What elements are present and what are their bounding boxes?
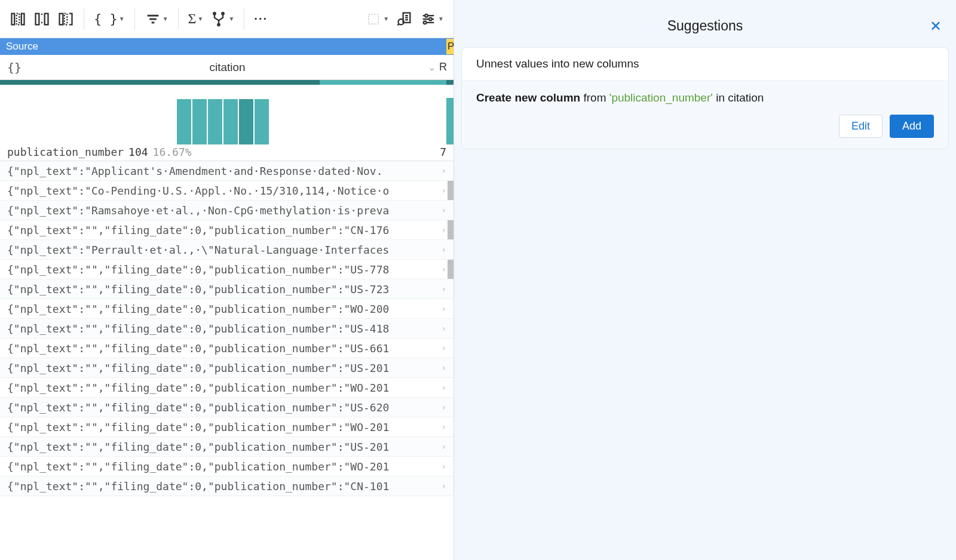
expand-row-icon[interactable]: › [442,166,446,176]
table-row[interactable]: {"npl_text":"Applicant's·Amendment·and·R… [0,161,454,181]
svg-point-14 [218,23,220,26]
svg-rect-0 [12,13,15,24]
braces-dropdown[interactable]: { } ▼ [91,9,127,29]
data-rows-container: {"npl_text":"Applicant's·Amendment·and·R… [0,161,454,560]
grid-select-dropdown[interactable]: ▼ [363,8,391,30]
expand-row-icon[interactable]: › [442,264,446,274]
table-row[interactable]: {"npl_text":"","filing_date":0,"publicat… [0,319,454,339]
close-icon[interactable]: ✕ [930,18,942,35]
suggestion-card-header: Unnest values into new columns [462,48,948,81]
histogram-bar[interactable] [255,99,269,144]
expand-row-icon[interactable]: › [442,422,446,432]
source-header[interactable]: Source [0,39,446,54]
table-row[interactable]: {"npl_text":"Co-Pending·U.S.·Appl.·No.·1… [0,181,454,201]
toolbar: { } ▼ ▼ Σ ▼ ▼ ··· [0,0,454,38]
stats-pct: 16.67% [153,146,192,158]
suggestion-text: Create new column from 'publication_numb… [476,90,934,106]
expand-row-icon[interactable]: › [442,343,446,353]
suggestions-header: Suggestions ✕ [461,7,949,45]
table-row[interactable]: {"npl_text":"","filing_date":0,"publicat… [0,437,454,457]
suggestion-card: Unnest values into new columns Create ne… [461,47,949,149]
table-row[interactable]: {"npl_text":"","filing_date":0,"publicat… [0,457,454,476]
svg-rect-15 [369,14,378,23]
column-title: citation [26,61,428,74]
svg-point-23 [425,14,428,17]
next-column-char: R [439,61,446,73]
histogram-area[interactable] [0,85,454,144]
sliders-dropdown[interactable]: ▼ [418,8,446,30]
expand-row-icon[interactable]: › [442,324,446,333]
table-row[interactable]: {"npl_text":"","filing_date":0,"publicat… [0,260,454,279]
column-action-icon-3[interactable] [55,8,76,30]
edit-button[interactable]: Edit [839,115,883,138]
histogram-bar[interactable] [208,99,222,144]
expand-row-icon[interactable]: › [442,186,446,195]
stats-row: publication_number 104 16.67% 7 [0,144,454,161]
svg-point-25 [429,17,432,20]
expand-row-icon[interactable]: › [442,245,446,254]
svg-rect-1 [17,13,20,24]
table-row[interactable]: {"npl_text":"","filing_date":0,"publicat… [0,220,454,240]
table-row[interactable]: {"npl_text":"","filing_date":0,"publicat… [0,339,454,358]
column-title-row[interactable]: {} citation ⌄ R [0,55,454,80]
table-row[interactable]: {"npl_text":"Ramsahoye·et·al.,·Non-CpG·m… [0,201,454,220]
svg-point-12 [214,12,216,14]
svg-line-21 [397,24,399,25]
add-button[interactable]: Add [890,115,934,138]
stats-next-col: 7 [439,146,446,158]
histogram-bar[interactable] [239,99,253,144]
svg-rect-3 [36,13,39,24]
expand-row-icon[interactable]: › [442,481,446,491]
svg-rect-6 [45,13,48,24]
left-panel: { } ▼ ▼ Σ ▼ ▼ ··· [0,0,454,560]
svg-point-27 [424,21,427,24]
expand-row-icon[interactable]: › [442,461,446,471]
histogram-bar-next [446,98,454,144]
filter-dropdown[interactable]: ▼ [142,8,171,30]
histogram-bar[interactable] [192,99,207,144]
stats-label: publication_number [7,146,124,158]
object-type-icon: {} [7,60,22,75]
sigma-dropdown[interactable]: Σ ▼ [186,8,206,29]
svg-rect-8 [65,13,68,24]
svg-rect-7 [60,13,63,24]
column-action-icon-1[interactable] [7,8,29,30]
table-row[interactable]: {"npl_text":"","filing_date":0,"publicat… [0,299,454,319]
histogram-bar[interactable] [223,99,238,144]
chevron-down-icon[interactable]: ⌄ [428,63,436,72]
more-icon[interactable]: ··· [252,10,270,28]
column-header-row: Source P [0,38,454,55]
expand-row-icon[interactable]: › [442,442,446,451]
expand-row-icon[interactable]: › [442,402,446,412]
search-column-icon[interactable] [394,8,415,30]
table-row[interactable]: {"npl_text":"Perrault·et·al.,·\"Natural-… [0,240,454,260]
stats-count: 104 [128,146,148,158]
column-action-icon-2[interactable] [31,8,53,30]
table-row[interactable]: {"npl_text":"","filing_date":0,"publicat… [0,417,454,437]
expand-row-icon[interactable]: › [442,383,446,392]
expand-row-icon[interactable]: › [442,205,446,215]
suggestions-panel: Suggestions ✕ Unnest values into new col… [454,0,956,560]
svg-rect-2 [22,13,24,24]
suggestions-title: Suggestions [667,18,743,34]
table-row[interactable]: {"npl_text":"","filing_date":0,"publicat… [0,358,454,378]
svg-point-13 [222,12,225,14]
table-row[interactable]: {"npl_text":"","filing_date":0,"publicat… [0,476,454,496]
table-row[interactable]: {"npl_text":"","filing_date":0,"publicat… [0,398,454,417]
expand-row-icon[interactable]: › [442,363,446,373]
suggestion-card-body: Create new column from 'publication_numb… [462,81,948,149]
expand-row-icon[interactable]: › [442,225,446,235]
histogram-bar[interactable] [177,99,191,144]
expand-row-icon[interactable]: › [442,304,446,313]
quality-bar [0,80,454,85]
expand-row-icon[interactable]: › [442,284,446,294]
table-row[interactable]: {"npl_text":"","filing_date":0,"publicat… [0,279,454,299]
p-header[interactable]: P [446,39,454,54]
merge-dropdown[interactable]: ▼ [208,8,237,30]
table-row[interactable]: {"npl_text":"","filing_date":0,"publicat… [0,378,454,398]
